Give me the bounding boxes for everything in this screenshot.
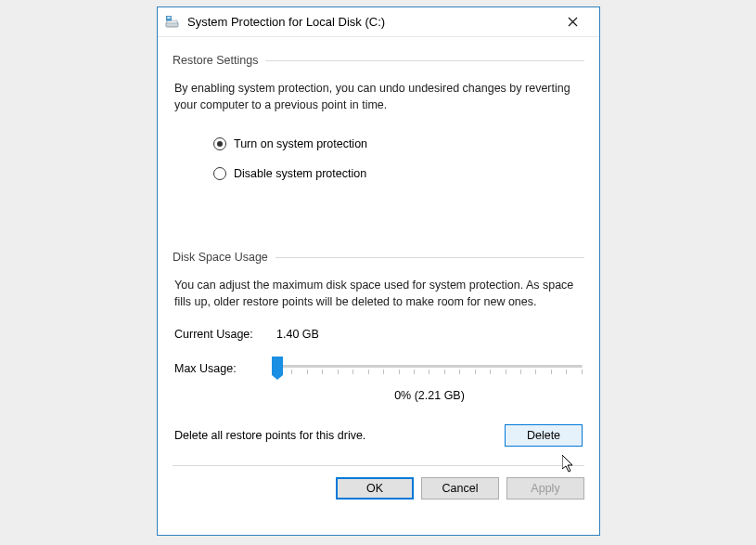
svg-rect-1: [167, 20, 177, 23]
close-icon: [568, 17, 578, 27]
delete-button-label: Delete: [527, 429, 560, 442]
cancel-button[interactable]: Cancel: [421, 477, 499, 500]
delete-row: Delete all restore points for this drive…: [173, 409, 584, 456]
svg-rect-3: [167, 17, 170, 18]
spacer: [173, 201, 584, 245]
protection-radio-group: Turn on system protection Disable system…: [173, 124, 584, 201]
titlebar: System Protection for Local Disk (C:): [158, 7, 599, 37]
current-usage-value: 1.40 GB: [276, 328, 319, 341]
max-usage-label: Max Usage:: [174, 362, 276, 375]
current-usage-label: Current Usage:: [174, 328, 276, 341]
slider-track: [276, 365, 583, 368]
slider-thumb[interactable]: [272, 357, 283, 375]
max-usage-slider[interactable]: [276, 356, 583, 382]
system-protection-dialog: System Protection for Local Disk (C:) Re…: [157, 6, 600, 536]
radio-label: Turn on system protection: [234, 137, 367, 150]
close-button[interactable]: [552, 8, 594, 36]
radio-label: Disable system protection: [234, 167, 366, 180]
radio-disable-protection[interactable]: Disable system protection: [213, 167, 584, 180]
current-usage-row: Current Usage: 1.40 GB: [173, 322, 584, 346]
restore-settings-heading: Restore Settings: [173, 54, 584, 67]
dialog-body: Restore Settings By enabling system prot…: [158, 37, 599, 466]
apply-button-label: Apply: [531, 482, 559, 495]
dialog-footer: OK Cancel Apply: [158, 466, 599, 513]
cancel-button-label: Cancel: [442, 482, 479, 495]
radio-turn-on-protection[interactable]: Turn on system protection: [213, 137, 584, 150]
disk-space-heading: Disk Space Usage: [173, 251, 584, 264]
radio-icon: [213, 137, 226, 150]
apply-button: Apply: [506, 477, 584, 500]
max-usage-value: 0% (2.21 GB): [173, 382, 584, 409]
disk-space-description: You can adjust the maximum disk space us…: [173, 273, 584, 321]
svg-rect-2: [167, 16, 172, 20]
divider: [265, 60, 584, 61]
max-usage-row: Max Usage:: [173, 346, 584, 382]
restore-settings-label: Restore Settings: [173, 54, 265, 67]
ok-button[interactable]: OK: [336, 477, 414, 500]
slider-ticks: [276, 370, 583, 377]
drive-icon: [165, 15, 180, 30]
delete-description: Delete all restore points for this drive…: [174, 429, 505, 442]
dialog-title: System Protection for Local Disk (C:): [187, 15, 552, 29]
restore-settings-description: By enabling system protection, you can u…: [173, 76, 584, 124]
delete-button[interactable]: Delete: [505, 424, 583, 447]
ok-button-label: OK: [366, 482, 383, 495]
radio-icon: [213, 167, 226, 180]
divider: [275, 257, 584, 258]
disk-space-label: Disk Space Usage: [173, 251, 275, 264]
